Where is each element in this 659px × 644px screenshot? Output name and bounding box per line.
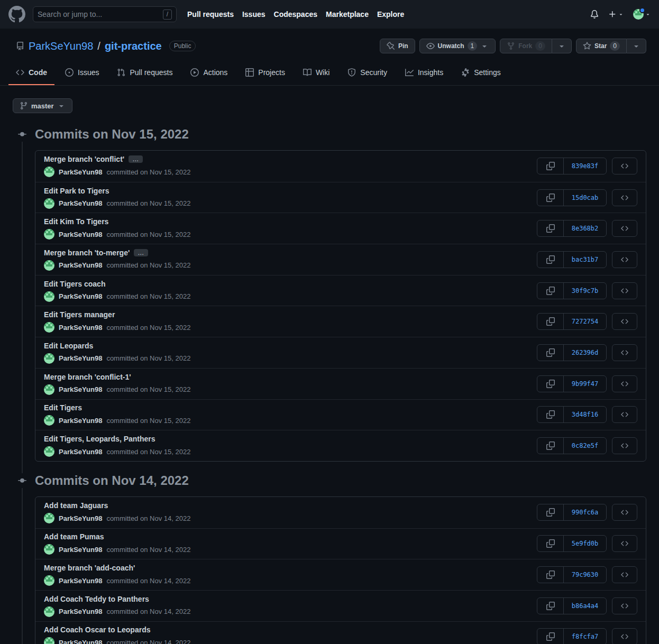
copy-sha-button[interactable] xyxy=(537,536,564,551)
commit-author-link[interactable]: ParkSeYun98 xyxy=(59,324,102,332)
commit-author-link[interactable]: ParkSeYun98 xyxy=(59,448,102,456)
nav-issues[interactable]: Issues xyxy=(242,10,266,19)
commit-sha-link[interactable]: 990fc6a xyxy=(564,504,606,520)
tab-code[interactable]: Code xyxy=(8,61,54,85)
browse-code-button[interactable] xyxy=(612,437,637,454)
browse-code-button[interactable] xyxy=(612,251,637,268)
commit-author-link[interactable]: ParkSeYun98 xyxy=(59,546,102,554)
copy-sha-button[interactable] xyxy=(537,629,564,644)
commit-title-link[interactable]: Edit Kim To Tigers xyxy=(44,217,108,226)
tab-security[interactable]: Security xyxy=(340,61,395,85)
copy-sha-button[interactable] xyxy=(537,598,564,614)
browse-code-button[interactable] xyxy=(612,220,637,237)
commit-sha-link[interactable]: f8fcfa7 xyxy=(564,629,606,644)
commit-author-link[interactable]: ParkSeYun98 xyxy=(59,385,102,393)
copy-sha-button[interactable] xyxy=(537,407,564,422)
search-input[interactable]: Search or jump to... / xyxy=(33,6,177,22)
commit-sha-link[interactable]: 15d0cab xyxy=(564,190,606,206)
browse-code-button[interactable] xyxy=(612,504,637,521)
nav-explore[interactable]: Explore xyxy=(377,10,404,19)
copy-sha-button[interactable] xyxy=(537,567,564,583)
star-button[interactable]: Star 0 xyxy=(576,39,627,53)
browse-code-button[interactable] xyxy=(612,313,637,330)
commit-title-link[interactable]: Merge branch 'conflict' xyxy=(44,155,124,163)
tab-actions[interactable]: Actions xyxy=(183,61,235,85)
commit-title-link[interactable]: Add Coach Oscar to Leopards xyxy=(44,625,150,634)
commit-title-link[interactable]: Merge branch 'to-merge' xyxy=(44,249,130,257)
copy-sha-button[interactable] xyxy=(537,283,564,299)
copy-sha-button[interactable] xyxy=(537,345,564,361)
copy-sha-button[interactable] xyxy=(537,504,564,520)
repo-name-link[interactable]: git-practice xyxy=(105,40,162,52)
commit-title-link[interactable]: Add team Pumas xyxy=(44,532,104,541)
nav-codespaces[interactable]: Codespaces xyxy=(274,10,317,19)
commit-author-link[interactable]: ParkSeYun98 xyxy=(59,608,102,615)
tab-projects[interactable]: Projects xyxy=(238,61,292,85)
author-avatar[interactable] xyxy=(44,260,54,271)
copy-sha-button[interactable] xyxy=(537,190,564,206)
commit-sha-link[interactable]: 7272754 xyxy=(564,314,606,329)
author-avatar[interactable] xyxy=(44,198,54,209)
commit-sha-link[interactable]: 5e9fd0b xyxy=(564,536,606,551)
commit-title-link[interactable]: Edit Tigers coach xyxy=(44,280,105,288)
nav-marketplace[interactable]: Marketplace xyxy=(326,10,369,19)
branch-selector[interactable]: master xyxy=(13,98,72,113)
commit-author-link[interactable]: ParkSeYun98 xyxy=(59,354,102,362)
copy-sha-button[interactable] xyxy=(537,438,564,454)
author-avatar[interactable] xyxy=(44,544,54,555)
copy-sha-button[interactable] xyxy=(537,220,564,236)
browse-code-button[interactable] xyxy=(612,406,637,423)
user-menu-button[interactable] xyxy=(633,9,651,20)
commit-author-link[interactable]: ParkSeYun98 xyxy=(59,292,102,300)
author-avatar[interactable] xyxy=(44,384,54,395)
browse-code-button[interactable] xyxy=(612,189,637,206)
browse-code-button[interactable] xyxy=(612,375,637,392)
commit-author-link[interactable]: ParkSeYun98 xyxy=(59,639,102,644)
commit-author-link[interactable]: ParkSeYun98 xyxy=(59,577,102,585)
pin-button[interactable]: Pin xyxy=(380,39,415,53)
notifications-button[interactable] xyxy=(590,10,599,19)
copy-sha-button[interactable] xyxy=(537,376,564,392)
commit-title-link[interactable]: Edit Leopards xyxy=(44,342,93,350)
commit-author-link[interactable]: ParkSeYun98 xyxy=(59,199,102,207)
nav-pull-requests[interactable]: Pull requests xyxy=(187,10,234,19)
author-avatar[interactable] xyxy=(44,353,54,364)
create-new-button[interactable] xyxy=(608,10,624,19)
commit-description-toggle[interactable]: … xyxy=(134,249,148,256)
tab-insights[interactable]: Insights xyxy=(398,61,451,85)
author-avatar[interactable] xyxy=(44,322,54,333)
browse-code-button[interactable] xyxy=(612,628,637,644)
author-avatar[interactable] xyxy=(44,606,54,617)
commit-sha-link[interactable]: 262396d xyxy=(564,345,606,361)
commit-author-link[interactable]: ParkSeYun98 xyxy=(59,514,102,522)
tab-issues[interactable]: Issues xyxy=(58,61,106,85)
commit-sha-link[interactable]: b86a4a4 xyxy=(564,598,606,614)
commit-sha-link[interactable]: 3d48f16 xyxy=(564,407,606,422)
commit-title-link[interactable]: Add team Jaguars xyxy=(44,501,108,510)
commit-author-link[interactable]: ParkSeYun98 xyxy=(59,231,102,238)
commit-sha-link[interactable]: 30f9c7b xyxy=(564,283,606,299)
commit-sha-link[interactable]: 9b99f47 xyxy=(564,376,606,392)
browse-code-button[interactable] xyxy=(612,282,637,299)
commit-sha-link[interactable]: 839e83f xyxy=(564,158,606,174)
star-dropdown-button[interactable] xyxy=(627,39,646,53)
commit-sha-link[interactable]: 8e368b2 xyxy=(564,220,606,236)
commit-sha-link[interactable]: 0c82e5f xyxy=(564,438,606,454)
copy-sha-button[interactable] xyxy=(537,158,564,174)
tab-pull-requests[interactable]: Pull requests xyxy=(109,61,180,85)
author-avatar[interactable] xyxy=(44,575,54,586)
fork-dropdown-button[interactable] xyxy=(552,39,572,53)
browse-code-button[interactable] xyxy=(612,158,637,174)
commit-description-toggle[interactable]: … xyxy=(129,155,143,163)
author-avatar[interactable] xyxy=(44,446,54,457)
browse-code-button[interactable] xyxy=(612,535,637,552)
author-avatar[interactable] xyxy=(44,291,54,302)
author-avatar[interactable] xyxy=(44,415,54,426)
browse-code-button[interactable] xyxy=(612,344,637,361)
commit-title-link[interactable]: Merge branch 'conflict-1' xyxy=(44,373,131,381)
author-avatar[interactable] xyxy=(44,637,54,644)
tab-wiki[interactable]: Wiki xyxy=(296,61,337,85)
commit-title-link[interactable]: Edit Park to Tigers xyxy=(44,187,109,195)
commit-title-link[interactable]: Add Coach Teddy to Panthers xyxy=(44,595,149,603)
copy-sha-button[interactable] xyxy=(537,252,564,268)
